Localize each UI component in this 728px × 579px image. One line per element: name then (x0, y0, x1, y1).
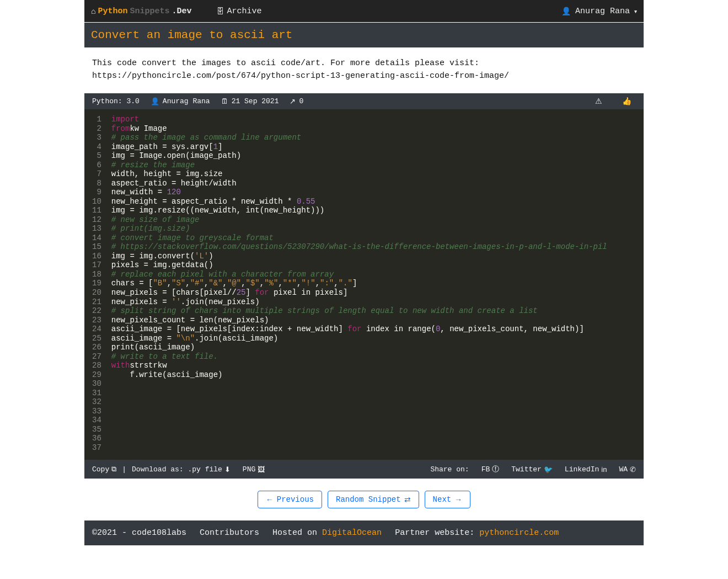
warning-icon: ⚠ (595, 97, 602, 105)
nav-archive[interactable]: 🗄 Archive (216, 7, 262, 16)
arrow-left-icon: ← (266, 495, 274, 504)
title-text: Convert an image to ascii art (91, 29, 292, 41)
footer: ©2021 - code108labs Contributors Hosted … (84, 520, 644, 545)
brand-python: Python (98, 7, 127, 16)
image-icon: 🖼 (258, 465, 265, 474)
copy-icon: ⧉ (111, 465, 116, 474)
navbar: ⌂ PythonSnippets.Dev 🗄 Archive 👤 Anurag … (84, 0, 644, 22)
meta-author[interactable]: 👤 Anurag Rana (151, 97, 210, 105)
share-fb[interactable]: FB ⓕ (481, 464, 500, 474)
home-icon: ⌂ (91, 7, 95, 15)
share-wa[interactable]: WA ✆ (619, 465, 636, 474)
footer-contributors[interactable]: Contributors (200, 528, 259, 538)
code-gutter: 1 2 3 4 5 6 7 8 9 10 11 12 13 14 15 16 1… (92, 115, 111, 452)
report-button[interactable]: ⚠ (591, 97, 607, 106)
png-button[interactable]: PNG 🖼 (243, 465, 265, 474)
nav-user-menu[interactable]: 👤 Anurag Rana ▾ (561, 7, 637, 16)
footer-partner: Partner website: pythoncircle.com (395, 528, 559, 538)
like-button[interactable]: 👍 (618, 97, 636, 106)
meta-author-name: Anurag Rana (163, 97, 210, 105)
meta-likes[interactable]: ↗ 0 (290, 97, 303, 105)
code-content: importfromkw Image# pass the image as co… (111, 115, 636, 452)
share-twitter[interactable]: Twitter 🐦 (511, 465, 553, 474)
facebook-icon: ⓕ (492, 464, 499, 474)
share-linkedin[interactable]: LinkedIn in (565, 465, 607, 474)
whatsapp-icon: ✆ (630, 465, 636, 474)
meta-python: Python: 3.0 (92, 97, 140, 105)
copy-button[interactable]: Copy ⧉ (92, 465, 116, 474)
footer-copyright: ©2021 - code108labs (92, 528, 186, 538)
archive-label: Archive (227, 7, 262, 16)
copy-label: Copy (92, 465, 109, 474)
png-label: PNG (243, 465, 255, 474)
code-block: 1 2 3 4 5 6 7 8 9 10 11 12 13 14 15 16 1… (84, 109, 644, 460)
footer-hosted-on: Hosted on DigitalOcean (272, 528, 382, 538)
main-container: Convert an image to ascii art This code … (84, 23, 644, 545)
share-linkedin-label: LinkedIn (565, 465, 599, 474)
page-title: Convert an image to ascii art (84, 23, 644, 47)
random-button[interactable]: Random Snippet ⇄ (328, 491, 419, 508)
previous-button[interactable]: ← Previous (258, 491, 322, 508)
download-label: Download as: .py file (132, 465, 222, 474)
meta-date: 🗓 21 Sep 2021 (221, 97, 279, 105)
user-icon: 👤 (151, 97, 159, 105)
meta-date-text: 21 Sep 2021 (232, 97, 279, 105)
download-button[interactable]: Download as: .py file ⬇ (132, 465, 231, 474)
description: This code convert the images to ascii co… (84, 47, 644, 93)
brand-dev: .Dev (172, 7, 192, 16)
share-twitter-label: Twitter (511, 465, 542, 474)
meta-likes-count: 0 (299, 97, 303, 105)
share-fb-label: FB (481, 465, 490, 474)
next-label: Next (433, 495, 452, 504)
brand-snippets: Snippets (130, 7, 169, 16)
nav-left: ⌂ PythonSnippets.Dev 🗄 Archive (91, 7, 262, 16)
action-bar: Copy ⧉ | Download as: .py file ⬇ PNG 🖼 S… (84, 460, 644, 479)
user-icon: 👤 (561, 7, 571, 15)
footer-digitalocean[interactable]: DigitalOcean (322, 528, 382, 538)
share-wa-label: WA (619, 465, 628, 474)
previous-label: Previous (277, 495, 314, 504)
chevron-down-icon: ▾ (634, 8, 637, 14)
share-label: Share on: (430, 465, 469, 474)
shuffle-icon: ⇄ (404, 495, 411, 504)
separator: | (122, 465, 126, 474)
thumbs-up-icon: 👍 (622, 97, 631, 105)
user-name: Anurag Rana (575, 7, 630, 16)
linkedin-icon: in (601, 465, 607, 474)
random-label: Random Snippet (336, 495, 401, 504)
download-icon: ⬇ (224, 465, 231, 474)
brand-link[interactable]: ⌂ PythonSnippets.Dev (91, 7, 192, 16)
next-button[interactable]: Next → (425, 491, 471, 508)
calendar-icon: 🗓 (221, 97, 228, 105)
pager: ← Previous Random Snippet ⇄ Next → (84, 479, 644, 520)
twitter-icon: 🐦 (544, 465, 553, 474)
trending-icon: ↗ (290, 97, 296, 105)
footer-partner-link[interactable]: pythoncircle.com (479, 528, 559, 538)
meta-bar: Python: 3.0 👤 Anurag Rana 🗓 21 Sep 2021 … (84, 93, 644, 109)
arrow-right-icon: → (454, 495, 462, 504)
archive-icon: 🗄 (216, 7, 224, 15)
